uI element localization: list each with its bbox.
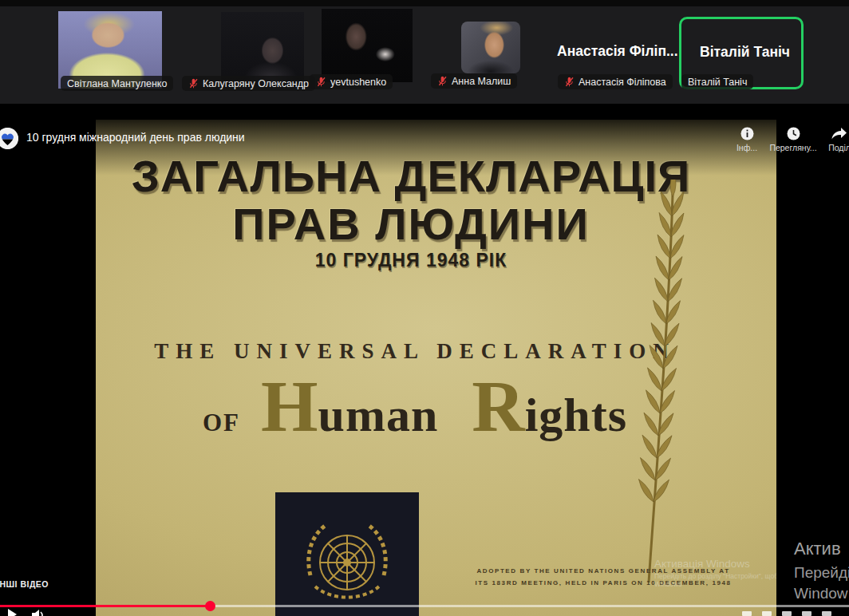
settings-icon[interactable] [762,611,772,616]
progress-played [0,605,210,607]
progress-playhead[interactable] [205,601,215,611]
un-emblem-icon [275,492,419,616]
fullscreen-icon[interactable] [822,611,831,616]
watermark-line: Перейді [794,564,849,582]
participant-nameplate: Калугаряну Олександр [182,76,315,91]
participant-video-yevtushenko [322,9,413,82]
share-label: Поділ [828,143,849,152]
participant-nameplate: yevtushenko [310,74,393,89]
participant-name: yevtushenko [330,77,386,88]
participant-nameplate: Віталій Таніч [681,74,753,89]
watermark-line: Активація Windows [654,558,776,570]
participant-nameplate: Анастасія Філіпова [558,74,673,89]
muted-mic-icon [564,77,575,87]
other-videos-label: ІНШІ ВІДЕО [0,579,49,589]
info-label: Інф... [736,143,757,152]
video-progress-bar[interactable] [0,604,849,607]
participant-display-name: Віталій Таніч [700,44,790,61]
watch-later-icon [787,127,800,140]
muted-mic-icon [316,77,326,87]
watermark-line: Перейдіть до розділу "Настройки", щоб ак… [654,572,776,580]
participant-name: Калугаряну Олександр [203,78,309,89]
activation-watermark-local: Актив Перейді Window [794,539,849,602]
participant-name: Анастасія Філіпова [579,77,666,88]
zoom-meeting-window: Світлана Мантуленко Калугаряну Олександр [0,0,849,616]
participant-display-name: Анастасія Філіп... [557,43,678,60]
theater-mode-icon[interactable] [802,611,811,616]
channel-avatar[interactable] [0,128,18,149]
un-emblem-panel [275,492,419,616]
poster-en-uman: uman [318,388,439,443]
video-title[interactable]: 10 грудня міжнародний день прав людини [26,131,245,144]
player-controls-right [742,611,849,616]
video-frame[interactable]: ЗАГАЛЬНА ДЕКЛАРАЦІЯ ПРАВ ЛЮДИНИ 10 ГРУДН… [96,120,776,616]
watermark-line: Window [794,585,849,602]
share-icon [831,127,848,140]
poster-en-h: H [261,373,318,440]
share-action[interactable]: Поділ [809,127,849,152]
participant-nameplate: Світлана Мантуленко [61,76,173,91]
watermark-line: Windows [654,580,776,588]
poster-en-of: OF [203,409,240,437]
subtitles-icon[interactable] [742,611,752,616]
volume-icon[interactable] [32,610,45,616]
activation-watermark-in-video: Активація Windows Перейдіть до розділу "… [654,558,776,588]
participant-name: Світлана Мантуленко [67,78,167,89]
laurel-branch-art [602,180,714,598]
player-header: 10 грудня міжнародний день прав людини І… [0,120,849,160]
participant-name: Віталій Таніч [688,77,747,88]
poster-en-r: R [472,373,524,440]
play-icon[interactable] [6,609,18,616]
muted-mic-icon [437,76,448,86]
miniplayer-icon[interactable] [782,611,792,616]
window-top-edge [0,0,849,6]
participant-video-anna [461,22,520,73]
info-icon [740,127,754,140]
watermark-line: Актив [794,539,849,559]
shared-screen-area: ЗАГАЛЬНА ДЕКЛАРАЦІЯ ПРАВ ЛЮДИНИ 10 ГРУДН… [0,104,849,616]
participant-nameplate: Анна Малиш [431,73,517,89]
muted-mic-icon [188,78,199,89]
player-controls-left [0,608,96,616]
participant-name: Анна Малиш [452,76,511,87]
participants-strip: Світлана Мантуленко Калугаряну Олександр [0,6,849,104]
